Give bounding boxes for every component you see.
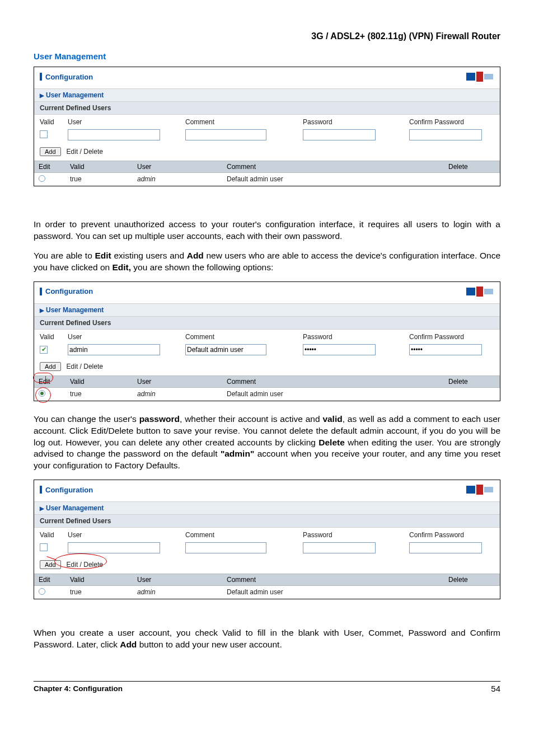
footer-page-number: 54 — [491, 684, 500, 693]
th-comment: Comment — [222, 574, 444, 585]
callout-line-icon — [45, 376, 46, 384]
label-password: Password — [303, 118, 409, 126]
paragraph-2: You are able to Edit existing users and … — [34, 250, 500, 274]
confirm-password-input[interactable] — [409, 344, 482, 355]
paragraph-4: When you create a user account, you chec… — [34, 627, 500, 651]
cell-valid: true — [65, 586, 133, 599]
config-title: Configuration — [45, 486, 93, 494]
edit-radio[interactable] — [39, 175, 45, 182]
th-delete: Delete — [444, 161, 500, 172]
th-edit: Edit — [34, 376, 65, 387]
table-row: true admin Default admin user — [34, 173, 500, 186]
cell-user: admin — [133, 388, 222, 401]
section-heading: User Management — [34, 51, 500, 61]
user-management-subhead[interactable]: ▶User Management — [34, 89, 500, 102]
label-comment: Comment — [185, 118, 303, 126]
add-button[interactable]: Add — [40, 147, 61, 156]
valid-checkbox[interactable] — [40, 130, 48, 138]
cell-user: admin — [133, 586, 222, 599]
cell-valid: true — [65, 173, 133, 186]
confirm-password-input[interactable] — [409, 542, 482, 553]
th-user: User — [133, 376, 222, 387]
user-input[interactable] — [68, 344, 160, 355]
paragraph-3: You can change the user's password, whet… — [34, 414, 500, 472]
table-row: true admin Default admin user — [34, 388, 500, 401]
config-title: Configuration — [45, 73, 93, 81]
user-input[interactable] — [68, 542, 160, 553]
edit-delete-link[interactable]: Edit / Delete — [67, 561, 103, 569]
brand-logo-icon — [466, 71, 494, 83]
label-comment: Comment — [185, 333, 303, 341]
th-user: User — [133, 161, 222, 172]
accent-bar-icon — [40, 486, 42, 494]
brand-logo-icon — [466, 483, 494, 496]
user-management-subhead[interactable]: ▶User Management — [34, 502, 500, 515]
cell-delete — [444, 586, 500, 599]
cell-comment: Default admin user — [222, 586, 444, 599]
valid-checkbox[interactable] — [40, 543, 48, 551]
edit-radio[interactable] — [39, 390, 45, 397]
svg-rect-6 — [466, 486, 475, 494]
password-input[interactable] — [303, 542, 376, 553]
label-password: Password — [303, 531, 409, 539]
label-valid: Valid — [40, 118, 68, 126]
current-defined-users-head: Current Defined Users — [34, 317, 500, 330]
current-defined-users-head: Current Defined Users — [34, 515, 500, 528]
edit-delete-link[interactable]: Edit / Delete — [67, 148, 103, 156]
th-user: User — [133, 574, 222, 585]
label-confirm-password: Confirm Password — [409, 531, 494, 539]
th-comment: Comment — [222, 376, 444, 387]
th-valid: Valid — [65, 574, 133, 585]
add-button[interactable]: Add — [40, 362, 61, 371]
comment-input[interactable] — [185, 542, 266, 553]
label-confirm-password: Confirm Password — [409, 333, 494, 341]
svg-rect-8 — [484, 487, 493, 492]
th-edit: Edit — [34, 161, 65, 172]
footer-chapter: Chapter 4: Configuration — [34, 684, 123, 693]
accent-bar-icon — [40, 73, 42, 81]
user-management-subhead[interactable]: ▶User Management — [34, 304, 500, 317]
cell-comment: Default admin user — [222, 388, 444, 401]
label-valid: Valid — [40, 531, 68, 539]
accent-bar-icon — [40, 288, 42, 295]
add-button[interactable]: Add — [40, 560, 61, 569]
th-delete: Delete — [444, 376, 500, 387]
svg-rect-5 — [484, 289, 493, 294]
user-input[interactable] — [68, 129, 160, 140]
password-input[interactable] — [303, 129, 376, 140]
cell-valid: true — [65, 388, 133, 401]
label-comment: Comment — [185, 531, 303, 539]
svg-rect-3 — [466, 288, 475, 295]
comment-input[interactable] — [185, 129, 266, 140]
svg-rect-4 — [476, 287, 483, 297]
current-defined-users-head: Current Defined Users — [34, 102, 500, 115]
th-edit: Edit — [34, 574, 65, 585]
label-user: User — [68, 118, 185, 126]
th-valid: Valid — [65, 376, 133, 387]
label-user: User — [68, 531, 185, 539]
cell-delete — [444, 388, 500, 401]
comment-input[interactable] — [185, 344, 266, 355]
confirm-password-input[interactable] — [409, 129, 482, 140]
config-panel-3: Configuration ▶User Management Current D… — [34, 480, 500, 599]
cell-comment: Default admin user — [222, 173, 444, 186]
label-password: Password — [303, 333, 409, 341]
svg-rect-7 — [476, 485, 483, 495]
svg-rect-1 — [476, 72, 483, 82]
user-management-label: User Management — [46, 504, 104, 512]
page-title: 3G / ADSL2+ (802.11g) (VPN) Firewall Rou… — [34, 31, 500, 41]
th-valid: Valid — [65, 161, 133, 172]
edit-delete-link[interactable]: Edit / Delete — [67, 363, 103, 370]
cell-delete — [444, 173, 500, 186]
config-panel-1: Configuration ▶User Management Current D… — [34, 67, 500, 186]
user-management-label: User Management — [46, 306, 104, 314]
label-valid: Valid — [40, 333, 68, 341]
config-title: Configuration — [45, 287, 93, 295]
paragraph-1: In order to prevent unauthorized access … — [34, 219, 500, 242]
config-panel-2: Configuration ▶User Management Current D… — [34, 281, 500, 401]
brand-logo-icon — [466, 285, 494, 298]
valid-checkbox[interactable] — [40, 346, 48, 354]
edit-radio[interactable] — [39, 588, 45, 595]
password-input[interactable] — [303, 344, 376, 355]
cell-user: admin — [133, 173, 222, 186]
